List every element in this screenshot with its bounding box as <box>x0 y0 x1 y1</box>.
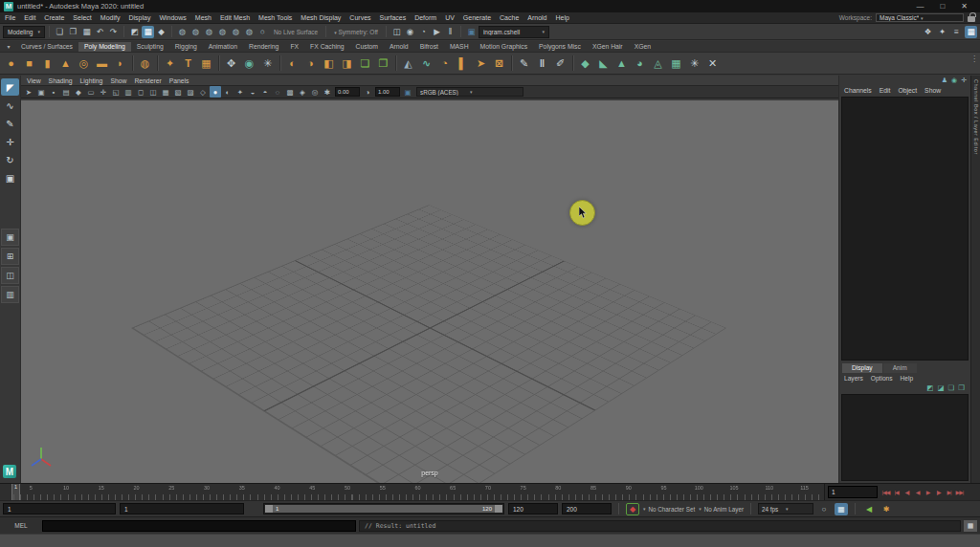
select-camera-icon[interactable]: ▣ <box>35 86 47 98</box>
channel-box-toggle-icon[interactable]: ▦ <box>965 26 977 38</box>
range-slider-fill[interactable] <box>265 505 502 513</box>
shelf-tab[interactable]: Sculpting <box>131 42 169 52</box>
shelf-tab[interactable]: Curves / Surfaces <box>15 42 78 52</box>
panel-menu-item[interactable]: View <box>27 77 41 84</box>
view-transform-dropdown[interactable]: sRGB (ACES)▾ <box>416 87 523 97</box>
poly-sphere-icon[interactable]: ● <box>2 55 20 73</box>
shelf-overflow-icon[interactable]: ⋮ <box>970 55 977 63</box>
move-layer-down-icon[interactable]: ◪ <box>937 383 944 392</box>
shelf-tab[interactable]: Rendering <box>243 42 284 52</box>
shelf-tab[interactable]: XGen Hair <box>587 42 629 52</box>
menu-item[interactable]: UV <box>445 14 455 21</box>
menu-item[interactable]: Arnold <box>527 14 546 21</box>
play-forwards-button[interactable]: ▶ <box>923 486 933 498</box>
playback-start-field[interactable]: 1 <box>120 503 244 514</box>
type-tool-icon[interactable]: T <box>179 55 197 73</box>
command-result-field[interactable]: // Result: untitled <box>359 520 961 532</box>
playback-loop-icon[interactable]: ○ <box>817 503 831 515</box>
menu-item[interactable]: Edit Mesh <box>220 14 250 21</box>
select-component-icon[interactable]: ◆ <box>155 26 167 38</box>
bevel-icon[interactable]: ◆ <box>576 55 594 73</box>
no-live-surface-label[interactable]: No Live Surface <box>270 29 322 35</box>
poly-disc-icon[interactable]: ◗ <box>111 55 129 73</box>
symmetry-dropdown[interactable]: ▾ Symmetry: Off <box>330 29 382 35</box>
wireframe-icon[interactable]: ◇ <box>197 86 209 98</box>
shelf-icon[interactable] <box>215 55 222 73</box>
snap-release-icon[interactable]: ○ <box>256 26 269 38</box>
sphere-uv-icon[interactable]: ◍ <box>136 55 154 73</box>
shelf-icon[interactable] <box>154 55 161 73</box>
symmetrize-icon[interactable]: ✳ <box>685 55 703 73</box>
menu-item[interactable]: Mesh Tools <box>258 14 292 21</box>
paint-effects-icon[interactable]: ✳ <box>258 55 277 73</box>
poly-cone-icon[interactable]: ▲ <box>56 55 75 73</box>
transfer-attributes-icon[interactable]: ➤ <box>472 55 490 73</box>
menu-item[interactable]: Generate <box>463 14 491 21</box>
shelf-icon[interactable] <box>392 55 399 73</box>
menu-item[interactable]: Surfaces <box>380 14 407 21</box>
render-icon[interactable]: ◫ <box>390 26 403 38</box>
project-curve-icon[interactable]: ◬ <box>649 55 667 73</box>
field-chart-icon[interactable]: ▦ <box>160 86 171 98</box>
channel-box-list[interactable] <box>841 97 969 361</box>
anim-layer-dropdown[interactable]: ▾No Anim Layer <box>699 506 744 513</box>
offset-edge-loop-icon[interactable]: ✐ <box>551 55 569 73</box>
gamma-field[interactable]: 1.00 <box>375 87 400 97</box>
menu-item[interactable]: Modify <box>100 14 121 21</box>
pause-icon[interactable]: ‖ <box>444 26 457 38</box>
channel-box-menu-item[interactable]: Edit <box>880 87 891 94</box>
layer-list[interactable] <box>841 394 969 481</box>
menu-set-dropdown[interactable]: Modeling▾ <box>3 26 45 38</box>
step-back-key-button[interactable]: ◀| <box>902 486 912 498</box>
new-empty-layer-icon[interactable]: ❏ <box>948 383 955 392</box>
gamma-icon[interactable]: ◑ <box>362 86 373 98</box>
panel-menu-item[interactable]: Show <box>110 77 126 84</box>
overscan-icon[interactable]: ◱ <box>110 86 122 98</box>
menu-item[interactable]: Windows <box>159 14 186 21</box>
motion-blur-icon[interactable]: ◌ <box>272 86 283 98</box>
shelf-icon[interactable] <box>277 55 283 73</box>
combine-icon[interactable]: ◐ <box>283 55 301 73</box>
menu-item[interactable]: Display <box>128 14 150 21</box>
shelf-icon[interactable] <box>129 55 136 73</box>
xray-icon[interactable]: ◈ <box>297 86 308 98</box>
menu-item[interactable]: File <box>5 14 15 21</box>
window-control-button[interactable]: ✕ <box>961 0 968 12</box>
mirror-geometry-icon[interactable]: ◭ <box>399 55 417 73</box>
menu-item[interactable]: Curves <box>349 14 370 21</box>
gate-mask-icon[interactable]: ▥ <box>122 86 134 98</box>
rotate-tool[interactable]: ↻ <box>1 151 19 168</box>
single-pane-layout-button[interactable]: ▣ <box>1 229 19 246</box>
shelf-menu-icon[interactable]: ▾ <box>2 43 15 52</box>
play-backwards-button[interactable]: ◀ <box>912 486 923 498</box>
auto-keyframe-icon[interactable]: ▦ <box>835 503 848 515</box>
panel-menu-item[interactable]: Lighting <box>80 77 103 84</box>
two-pane-layout-button[interactable]: ◫ <box>1 267 19 284</box>
script-editor-icon[interactable]: ▦ <box>964 520 977 532</box>
select-hierarchy-icon[interactable]: ◩ <box>128 26 141 38</box>
insert-edge-loop-icon[interactable]: ‖ <box>533 55 551 73</box>
menu-item[interactable]: Mesh <box>195 14 212 21</box>
poly-plane-icon[interactable]: ▬ <box>93 55 111 73</box>
shelf-script-dropdown[interactable]: ingram.cshell▾ <box>479 26 549 38</box>
time-slider[interactable]: 5101520253035404550556065707580859095100… <box>0 484 825 501</box>
camera-attributes-icon[interactable]: ▤ <box>60 86 72 98</box>
modeling-toolkit-icon[interactable]: ❖ <box>922 26 934 38</box>
layer-editor-menu-item[interactable]: Help <box>901 375 914 382</box>
new-layer-from-selected-icon[interactable]: ❐ <box>958 383 965 392</box>
move-layer-up-icon[interactable]: ◩ <box>926 383 933 392</box>
multi-cut-icon[interactable]: ✎ <box>515 55 533 73</box>
snap-curve-icon[interactable]: ◍ <box>189 26 202 38</box>
isolate-select-icon[interactable]: ◎ <box>309 86 321 98</box>
resolution-gate-icon[interactable]: ◫ <box>147 86 159 98</box>
fps-dropdown[interactable]: 24 fps▾ <box>758 503 813 514</box>
new-scene-icon[interactable]: ❏ <box>54 26 66 38</box>
save-scene-icon[interactable]: ▦ <box>80 26 93 38</box>
animation-preferences-icon[interactable]: ✱ <box>880 503 893 515</box>
wrench-icon[interactable]: ✛ <box>961 77 967 85</box>
bookmarks-icon[interactable]: ◆ <box>73 86 84 98</box>
menu-item[interactable]: Cache <box>500 14 519 21</box>
construction-plane-icon[interactable]: ◉ <box>240 55 258 73</box>
launch-render-view-icon[interactable]: ▶ <box>431 26 443 38</box>
command-language-toggle[interactable]: MEL <box>3 522 39 529</box>
